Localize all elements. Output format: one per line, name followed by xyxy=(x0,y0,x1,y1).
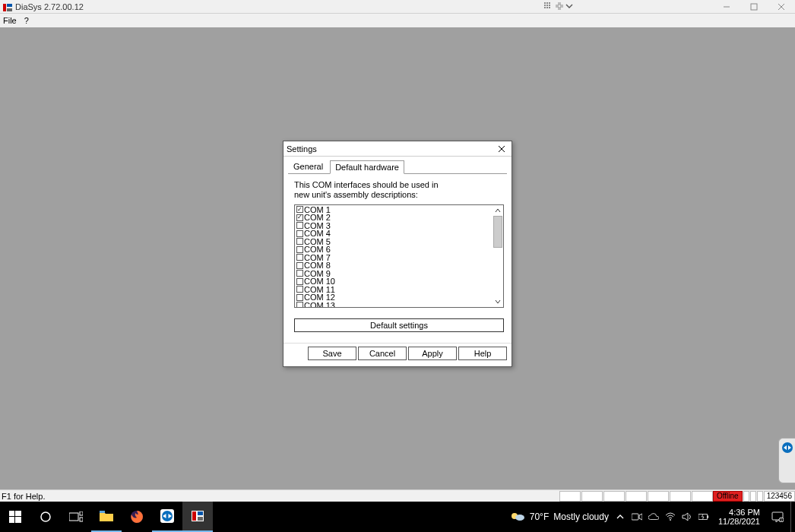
window-controls xyxy=(713,0,795,14)
taskbar-clock[interactable]: 4:36 PM 11/28/2021 xyxy=(714,508,765,526)
title-tool-cluster xyxy=(544,2,573,12)
grid-icon[interactable] xyxy=(544,2,553,12)
tray-meet-now-icon[interactable] xyxy=(632,511,642,522)
checkbox-icon[interactable] xyxy=(296,278,303,285)
apply-button[interactable]: Apply xyxy=(408,347,457,360)
svg-rect-0 xyxy=(3,4,6,11)
weather-temp: 70°F xyxy=(530,511,549,522)
menu-file[interactable]: File xyxy=(3,16,17,25)
svg-rect-5 xyxy=(549,2,550,4)
teamviewer-side-tab[interactable] xyxy=(778,438,795,483)
help-button[interactable]: Help xyxy=(458,347,507,360)
status-pane xyxy=(750,491,756,502)
status-offline-badge: Offline xyxy=(713,491,743,502)
scroll-thumb[interactable] xyxy=(493,216,502,248)
show-desktop-button[interactable] xyxy=(790,502,795,532)
dialog-body: This COM interfaces should be used in ne… xyxy=(283,174,512,343)
dialog-close-button[interactable] xyxy=(495,142,508,156)
status-pane xyxy=(581,491,603,502)
dialog-tabs: General Default hardware xyxy=(283,157,512,173)
checkbox-icon[interactable] xyxy=(296,270,303,277)
svg-rect-19 xyxy=(9,511,14,516)
tab-default-hardware[interactable]: Default hardware xyxy=(330,160,404,174)
status-pane xyxy=(757,491,763,502)
settings-dialog: Settings General Default hardware This C… xyxy=(283,141,512,367)
start-button[interactable] xyxy=(0,502,30,532)
svg-rect-40 xyxy=(707,515,708,518)
svg-rect-9 xyxy=(544,7,546,8)
com-list: ✓COM 1✓COM 2COM 3COM 4COM 5COM 6COM 7COM… xyxy=(294,204,504,308)
svg-rect-34 xyxy=(198,517,203,521)
minimize-button[interactable] xyxy=(713,0,740,14)
checkbox-icon[interactable] xyxy=(296,238,303,245)
com-item-label: COM 13 xyxy=(304,301,335,308)
svg-rect-33 xyxy=(198,511,203,515)
status-pane xyxy=(559,491,581,502)
taskbar-diasys[interactable] xyxy=(182,502,213,532)
checkbox-icon[interactable] xyxy=(296,294,303,301)
taskbar-file-explorer[interactable] xyxy=(91,502,122,532)
checkbox-icon[interactable] xyxy=(296,254,303,261)
status-pane xyxy=(626,491,647,502)
tray-wifi-icon[interactable] xyxy=(665,511,676,522)
checkbox-icon[interactable] xyxy=(296,286,303,293)
taskbar-time: 4:36 PM xyxy=(729,508,760,517)
status-pane xyxy=(743,491,749,502)
system-tray xyxy=(615,511,714,522)
checkbox-icon[interactable] xyxy=(296,302,303,307)
svg-rect-8 xyxy=(549,5,550,6)
tab-general[interactable]: General xyxy=(288,160,328,173)
save-button[interactable]: Save xyxy=(308,347,356,360)
scroll-up-icon[interactable] xyxy=(493,205,503,216)
status-pane xyxy=(603,491,625,502)
close-button[interactable] xyxy=(768,0,795,14)
checkbox-icon[interactable]: ✓ xyxy=(296,214,303,221)
titlebar: DiaSys 2.72.00.12 xyxy=(0,0,795,14)
window-title: DiaSys 2.72.00.12 xyxy=(15,2,795,11)
action-center-button[interactable]: 1 xyxy=(765,502,790,532)
taskbar-weather[interactable]: 70°F Mostly cloudy xyxy=(510,510,609,524)
com-list-scrollbar[interactable] xyxy=(493,205,503,307)
svg-rect-13 xyxy=(751,4,757,10)
expand-icon[interactable] xyxy=(556,2,563,12)
svg-rect-37 xyxy=(632,514,638,520)
svg-rect-3 xyxy=(544,2,546,4)
menu-help[interactable]: ? xyxy=(24,16,29,25)
svg-rect-7 xyxy=(546,5,548,6)
tray-onedrive-icon[interactable] xyxy=(648,511,659,522)
taskbar-firefox[interactable] xyxy=(122,502,152,532)
checkbox-icon[interactable] xyxy=(296,222,303,229)
checkbox-icon[interactable] xyxy=(296,246,303,253)
status-number: 123456 xyxy=(764,491,795,502)
taskbar-teamviewer[interactable] xyxy=(152,502,182,532)
dialog-titlebar[interactable]: Settings xyxy=(283,141,512,157)
dialog-title: Settings xyxy=(287,144,495,154)
status-pane xyxy=(692,491,713,502)
maximize-button[interactable] xyxy=(740,0,768,14)
menubar: File ? xyxy=(0,14,795,27)
svg-text:1: 1 xyxy=(781,518,783,522)
tray-volume-icon[interactable] xyxy=(682,511,692,522)
com-item[interactable]: COM 13 xyxy=(295,301,493,307)
svg-point-36 xyxy=(515,515,524,521)
svg-rect-27 xyxy=(100,511,105,513)
weather-cond: Mostly cloudy xyxy=(553,511,609,522)
checkbox-icon[interactable] xyxy=(296,230,303,237)
status-help-text: F1 for Help. xyxy=(2,492,559,501)
svg-rect-6 xyxy=(544,5,546,6)
tray-chevron-up-icon[interactable] xyxy=(615,511,626,522)
status-pane xyxy=(670,491,691,502)
task-view-button[interactable] xyxy=(61,502,91,532)
svg-rect-4 xyxy=(546,2,548,4)
dialog-description: This COM interfaces should be used in ne… xyxy=(294,180,504,200)
checkbox-icon[interactable]: ✓ xyxy=(296,206,303,213)
svg-rect-22 xyxy=(15,517,21,523)
chevron-down-icon[interactable] xyxy=(565,2,573,12)
tray-battery-icon[interactable] xyxy=(698,511,709,522)
cortana-button[interactable] xyxy=(30,502,61,532)
checkbox-icon[interactable] xyxy=(296,262,303,269)
scroll-down-icon[interactable] xyxy=(493,296,503,307)
cancel-button[interactable]: Cancel xyxy=(358,347,407,360)
svg-point-38 xyxy=(670,519,671,521)
default-settings-button[interactable]: Default settings xyxy=(294,318,504,332)
